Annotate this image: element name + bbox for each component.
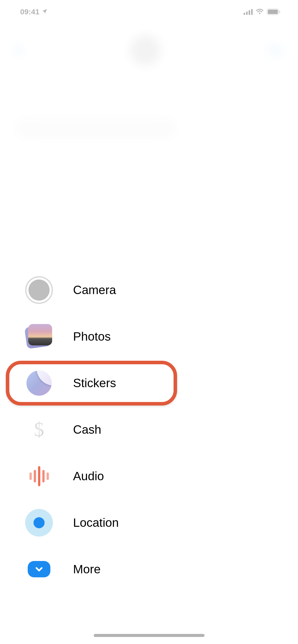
menu-item-location[interactable]: Location: [25, 499, 298, 546]
audio-icon: [25, 462, 53, 490]
menu-item-cash[interactable]: $ Cash: [25, 406, 298, 453]
menu-item-label: Location: [73, 516, 119, 530]
menu-item-label: More: [73, 562, 101, 576]
stickers-icon: [25, 369, 53, 397]
menu-item-label: Audio: [73, 469, 104, 483]
menu-item-label: Stickers: [73, 376, 116, 390]
menu-item-camera[interactable]: Camera: [25, 267, 298, 313]
menu-item-more[interactable]: More: [25, 546, 298, 592]
cash-icon: $: [25, 416, 53, 444]
location-icon: [25, 509, 53, 537]
menu-item-audio[interactable]: Audio: [25, 453, 298, 499]
menu-item-label: Cash: [73, 423, 101, 436]
photos-icon: [25, 323, 53, 350]
attachment-menu: Camera Photos Stickers $ Cash: [0, 267, 298, 592]
menu-item-photos[interactable]: Photos: [25, 313, 298, 360]
menu-item-label: Photos: [73, 330, 111, 343]
menu-item-label: Camera: [73, 283, 116, 297]
more-icon: [25, 555, 53, 583]
camera-icon: [25, 276, 53, 304]
menu-item-stickers[interactable]: Stickers: [25, 360, 298, 406]
